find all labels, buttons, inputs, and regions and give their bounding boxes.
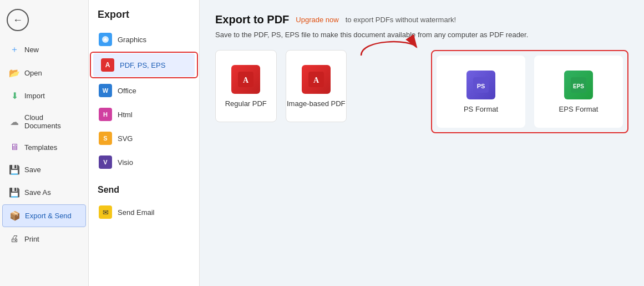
export-item-visio[interactable]: V Visio	[91, 150, 197, 174]
card-eps[interactable]: EPS EPS Format	[534, 56, 623, 128]
highlight-box: PS PS Format EPS EPS Format	[431, 50, 628, 133]
upgrade-link[interactable]: Upgrade now	[296, 16, 338, 24]
graphics-icon	[99, 33, 112, 46]
card-label: PS Format	[464, 105, 498, 113]
sidebar-item-import[interactable]: ⬇ Import	[2, 85, 86, 107]
export-item-pdf-highlight: A PDF, PS, EPS	[90, 52, 198, 78]
svg-text:EPS: EPS	[573, 83, 584, 89]
sidebar-item-print[interactable]: 🖨 Print	[2, 228, 86, 249]
sidebar-item-label: Save	[24, 165, 41, 174]
card-image-pdf[interactable]: A Image-based PDF	[286, 50, 347, 122]
send-item-email[interactable]: ✉ Send Email	[91, 200, 197, 224]
svg-text:PS: PS	[477, 83, 485, 89]
card-ps[interactable]: PS PS Format	[437, 56, 525, 128]
page-title: Export to PDF	[215, 13, 289, 26]
ps-icon: PS	[466, 71, 495, 99]
saveas-icon: 💾	[9, 187, 20, 198]
send-section: Send ✉ Send Email	[89, 185, 199, 224]
export-item-pdf[interactable]: A PDF, PS, EPS	[93, 53, 195, 77]
sidebar-item-templates[interactable]: 🖥 Templates	[2, 137, 86, 158]
new-icon: ＋	[9, 44, 20, 56]
export-item-label: Office	[118, 87, 136, 95]
svg-text:A: A	[313, 76, 320, 84]
sidebar-item-label: Import	[24, 92, 45, 100]
export-item-label: Graphics	[118, 36, 146, 44]
sidebar-item-new[interactable]: ＋ New	[2, 38, 86, 61]
sidebar-item-save[interactable]: 💾 Save	[2, 159, 86, 180]
save-icon: 💾	[9, 164, 20, 175]
sidebar-item-label: Open	[24, 69, 42, 77]
svg-text:A: A	[243, 76, 249, 84]
export-item-office[interactable]: W Office	[91, 79, 197, 102]
eps-icon: EPS	[564, 71, 593, 99]
pdf-icon: A	[101, 58, 114, 72]
sidebar-item-open[interactable]: 📂 Open	[2, 62, 86, 84]
upgrade-suffix: to export PDFs without watermark!	[346, 16, 456, 24]
sidebar-item-label: Save As	[24, 188, 51, 197]
arrow-container	[356, 50, 422, 61]
export-icon: 📦	[9, 210, 21, 221]
open-icon: 📂	[9, 68, 20, 78]
card-label: Image-based PDF	[287, 99, 346, 108]
regular-pdf-icon: A	[231, 65, 260, 94]
export-item-html[interactable]: H Html	[91, 103, 197, 126]
export-item-graphics[interactable]: Graphics	[91, 28, 197, 51]
export-panel-title: Export	[89, 0, 199, 27]
templates-icon: 🖥	[9, 142, 20, 152]
email-icon: ✉	[99, 205, 112, 219]
page-header: Export to PDF Upgrade now to export PDFs…	[215, 13, 628, 26]
sidebar-item-label: Print	[24, 235, 39, 243]
sidebar-item-label: Templates	[24, 143, 57, 152]
sidebar: ← ＋ New 📂 Open ⬇ Import ☁ Cloud Document…	[0, 0, 89, 286]
card-regular-pdf[interactable]: A Regular PDF	[215, 50, 277, 122]
right-content: Export to PDF Upgrade now to export PDFs…	[200, 0, 644, 286]
send-item-label: Send Email	[118, 208, 154, 217]
import-icon: ⬇	[9, 91, 20, 101]
office-icon: W	[99, 84, 112, 97]
cloud-icon: ☁	[9, 117, 20, 127]
sidebar-item-cloud[interactable]: ☁ Cloud Documents	[2, 108, 86, 136]
svg-icon: S	[99, 132, 112, 145]
card-label: Regular PDF	[225, 99, 267, 108]
export-item-label: Visio	[118, 158, 133, 167]
html-icon: H	[99, 108, 112, 121]
export-item-svg[interactable]: S SVG	[91, 127, 197, 150]
card-label: EPS Format	[559, 105, 599, 113]
sidebar-item-export[interactable]: 📦 Export & Send	[2, 204, 86, 227]
visio-icon: V	[99, 155, 112, 169]
cards-wrapper: A Regular PDF A Image-based PDF	[215, 50, 628, 133]
export-item-label: Html	[118, 111, 133, 119]
sidebar-item-label: New	[24, 46, 39, 54]
back-button[interactable]: ←	[7, 9, 29, 31]
export-item-label: PDF, PS, EPS	[120, 61, 165, 69]
arrow-svg	[356, 33, 422, 61]
back-arrow-icon: ←	[13, 14, 23, 26]
image-pdf-icon: A	[302, 65, 331, 94]
sidebar-item-label: Cloud Documents	[24, 113, 79, 130]
main-content: Export Graphics A PDF, PS, EPS W Office	[89, 0, 644, 286]
sidebar-item-saveas[interactable]: 💾 Save As	[2, 182, 86, 203]
print-icon: 🖨	[9, 234, 20, 244]
sidebar-item-label: Export & Send	[25, 212, 72, 220]
export-panel: Export Graphics A PDF, PS, EPS W Office	[89, 0, 200, 286]
export-item-label: SVG	[118, 134, 133, 143]
send-section-title: Send	[89, 185, 199, 195]
